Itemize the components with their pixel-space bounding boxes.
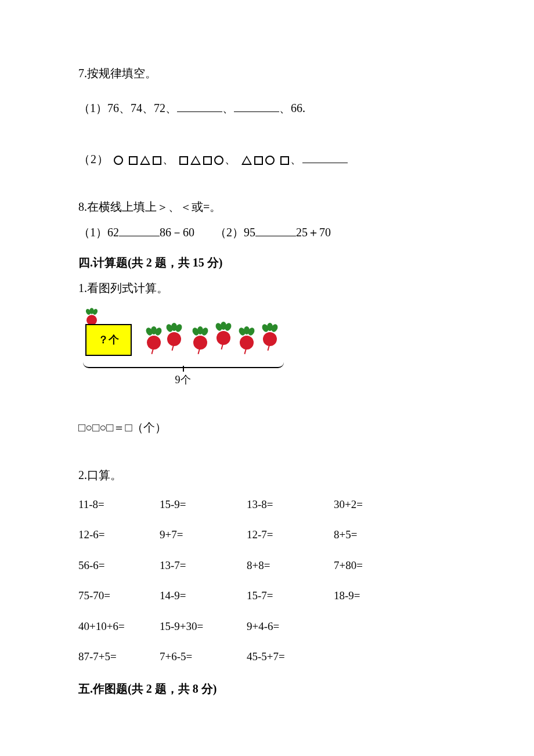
calc-cell: 12-7= xyxy=(247,526,334,543)
square-icon xyxy=(129,156,138,165)
calc-cell: 13-8= xyxy=(247,496,334,513)
section5-heading: 五.作图题(共 2 题，共 8 分) xyxy=(78,679,456,698)
q7-p1-blank2[interactable] xyxy=(234,99,279,112)
calc-cell: 45-5+7= xyxy=(247,648,334,665)
calc-cell: 40+10+6= xyxy=(78,618,160,635)
calc-cell: 30+2= xyxy=(334,496,403,513)
q8-p1a: （1）62 xyxy=(78,226,119,239)
calc-cell: 15-9+30= xyxy=(160,618,247,635)
triangle-icon xyxy=(241,156,252,165)
radish-icon xyxy=(238,333,255,358)
calc-cell: 15-7= xyxy=(247,587,334,604)
calc-cell: 14-9= xyxy=(160,587,247,604)
q8-title: 8.在横线上填上＞、＜或=。 xyxy=(78,197,456,216)
sep: 、 xyxy=(290,153,302,165)
square-icon xyxy=(280,156,289,165)
calc-cell: 18-9= xyxy=(334,587,403,604)
q8-p2a: （2）95 xyxy=(215,226,255,239)
radish-icon xyxy=(145,333,163,358)
radish-diagram: ？个 9个 xyxy=(78,314,287,389)
triangle-icon xyxy=(140,156,150,165)
square-icon xyxy=(153,156,161,165)
calc-cell: 87-7+5= xyxy=(78,648,160,665)
q7-p1-prefix: （1）76、74、72、 xyxy=(78,102,177,114)
calc-cell: 15-9= xyxy=(160,496,247,513)
calc-cell: 9+7= xyxy=(160,526,247,543)
q7-p1-suffix: 、66. xyxy=(279,102,305,114)
calc-cell: 7+6-5= xyxy=(160,648,247,665)
calc-cell: 56-6= xyxy=(78,557,160,574)
s4-q2: 2.口算。 xyxy=(78,466,456,484)
q8-body: （1）6286－60 （2）9525＋70 xyxy=(78,223,456,242)
calc-cell: 8+5= xyxy=(334,526,403,543)
q7-p2-prefix: （2） xyxy=(78,153,109,165)
answer-template: □○□○□＝□（个） xyxy=(78,418,456,437)
triangle-icon xyxy=(190,156,201,165)
calc-grid: 11-8= 15-9= 13-8= 30+2= 12-6= 9+7= 12-7=… xyxy=(78,496,456,665)
calc-cell: 11-8= xyxy=(78,496,160,513)
calc-cell xyxy=(334,648,403,665)
circle-icon xyxy=(265,156,275,165)
unknown-box: ？个 xyxy=(85,324,132,356)
q7-p1-blank1[interactable] xyxy=(177,99,222,112)
calc-cell: 75-70= xyxy=(78,587,160,604)
bracket-label: 9个 xyxy=(175,372,191,388)
calc-cell: 12-6= xyxy=(78,526,160,543)
square-icon xyxy=(179,156,188,165)
square-icon xyxy=(203,156,212,165)
sep: 、 xyxy=(225,153,237,165)
calc-cell xyxy=(334,618,403,635)
radish-icon xyxy=(165,330,183,354)
square-icon xyxy=(254,156,263,165)
circle-icon xyxy=(114,156,123,165)
q7-part1: （1）76、74、72、、、66. xyxy=(78,99,456,117)
radish-icon xyxy=(261,330,279,354)
calc-cell: 13-7= xyxy=(160,557,247,574)
q8-blank2[interactable] xyxy=(255,224,296,236)
box-label: ？个 xyxy=(98,332,119,348)
calc-cell: 8+8= xyxy=(247,557,334,574)
q7-p2-blank[interactable] xyxy=(302,150,348,163)
q7-part2: （2） 、 、 、 xyxy=(78,150,456,168)
sep: 、 xyxy=(163,153,175,165)
q8-blank1[interactable] xyxy=(119,224,160,236)
calc-cell: 9+4-6= xyxy=(247,618,334,635)
circle-icon xyxy=(214,156,223,165)
q7-title: 7.按规律填空。 xyxy=(78,64,456,82)
q7-sep1: 、 xyxy=(222,102,234,114)
section4-heading: 四.计算题(共 2 题，共 15 分) xyxy=(78,253,456,272)
bracket-tick xyxy=(183,366,184,372)
q8-p1b: 86－60 xyxy=(160,226,194,239)
s4-q1: 1.看图列式计算。 xyxy=(78,279,456,297)
calc-cell: 7+80= xyxy=(334,557,403,574)
radish-icon xyxy=(192,333,209,358)
q8-p2b: 25＋70 xyxy=(296,226,331,239)
radish-icon xyxy=(215,329,232,353)
